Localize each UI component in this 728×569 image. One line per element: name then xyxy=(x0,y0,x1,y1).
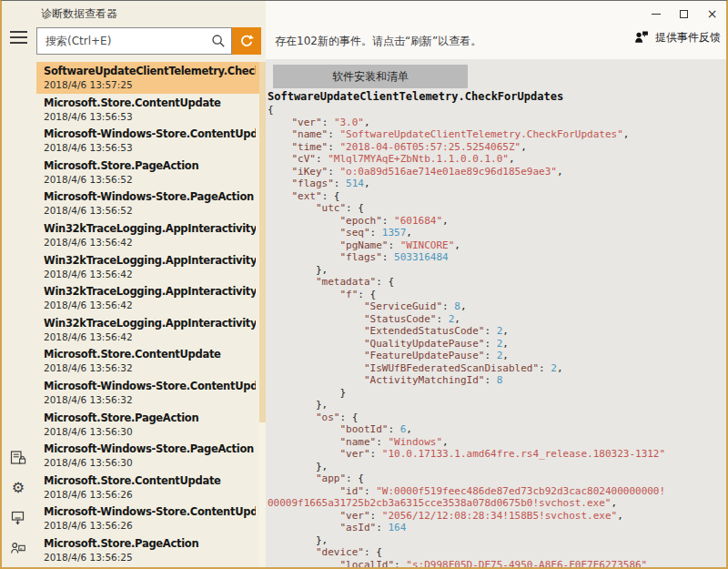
code-line: { xyxy=(268,104,728,117)
event-title: Microsoft-Windows-Store.PageAction xyxy=(44,442,256,456)
event-list-item[interactable]: Microsoft.Store.ContentUpdate2018/4/6 13… xyxy=(36,94,259,126)
search-input[interactable] xyxy=(36,27,232,55)
maximize-icon xyxy=(680,10,688,18)
event-list-item[interactable]: SoftwareUpdateClientTelemetry.CheckF...2… xyxy=(36,62,259,94)
refresh-icon xyxy=(238,33,255,49)
code-line: }, xyxy=(268,534,728,547)
feedback-button[interactable]: 提供事件反馈 xyxy=(634,30,721,46)
code-line: "QualityUpdatePause": 2, xyxy=(268,338,728,351)
event-list-item[interactable]: Microsoft.Store.ContentUpdate2018/4/6 13… xyxy=(36,472,259,503)
event-timestamp: 2018/4/6 13:56:42 xyxy=(44,236,256,249)
refresh-button[interactable] xyxy=(232,27,261,55)
json-viewer: { "ver": "3.0", "name": "SoftwareUpdateC… xyxy=(268,104,728,569)
event-list-item[interactable]: Microsoft.Store.PageAction2018/4/6 13:56… xyxy=(36,534,259,566)
code-line: "asId": 164 xyxy=(268,522,728,534)
code-line: "flags": 503316484 xyxy=(268,251,728,264)
panel-header: 存在102新的事件。请点击“刷新”以查看。 提供事件反馈 × xyxy=(266,0,728,59)
event-list-item[interactable]: Microsoft-Windows-Store.PageAction2018/4… xyxy=(36,188,259,219)
code-line: "epoch": "601684", xyxy=(268,215,728,228)
code-line: "seq": 1357, xyxy=(268,227,728,239)
event-timestamp: 2018/4/6 13:56:52 xyxy=(44,204,256,217)
event-title: Win32kTraceLogging.AppInteractivityS... xyxy=(44,284,256,299)
event-timestamp: 2018/4/6 13:56:25 xyxy=(44,551,256,564)
event-title: Microsoft-Windows-Store.ContentUpd... xyxy=(44,127,256,141)
event-title: Microsoft.Store.ContentUpdate xyxy=(44,473,256,488)
maximize-button[interactable] xyxy=(670,1,698,26)
event-timestamp: 2018/4/6 13:56:42 xyxy=(44,330,256,343)
event-list-item[interactable]: Microsoft.Store.ContentUpdate2018/4/6 13… xyxy=(36,345,259,377)
event-timestamp: 2018/4/6 13:56:53 xyxy=(44,141,256,154)
export-data-icon[interactable] xyxy=(10,510,26,526)
code-line: "ActivityMatchingId": 8 xyxy=(268,374,728,387)
code-line: } xyxy=(268,387,728,400)
settings-icon[interactable]: ⚙ xyxy=(10,480,26,496)
code-line: "app": { xyxy=(268,472,728,485)
menu-icon[interactable] xyxy=(10,31,27,45)
code-line: "ServiceGuid": 8, xyxy=(268,300,728,313)
category-tab[interactable]: 软件安装和清单 xyxy=(273,65,468,88)
code-line: "name": "Windows", xyxy=(268,436,728,449)
scrollbar-thumb[interactable] xyxy=(259,62,266,422)
event-list-item[interactable]: Microsoft-Windows-Store.ContentUpd...201… xyxy=(36,125,259,157)
event-title: Microsoft-Windows-Store.ContentUpd... xyxy=(44,504,256,519)
code-line: "iKey": "o:0a89d516ae714e01ae89c96d185e9… xyxy=(268,166,728,178)
window-controls: × xyxy=(642,1,726,26)
feedback-label: 提供事件反馈 xyxy=(655,30,721,46)
code-line: "pgName": "WINCORE", xyxy=(268,239,728,252)
event-title: Microsoft.Store.PageAction xyxy=(44,411,256,425)
code-line: "ext": { xyxy=(268,190,728,203)
event-timestamp: 2018/4/6 13:56:32 xyxy=(44,393,256,406)
event-timestamp: 2018/4/6 13:56:26 xyxy=(44,519,256,532)
event-list-item[interactable]: Win32kTraceLogging.AppInteractivityS...2… xyxy=(36,282,259,314)
event-list-item[interactable]: Win32kTraceLogging.AppInteractivityS...2… xyxy=(36,314,259,346)
code-line: "device": { xyxy=(268,546,728,559)
event-list-item[interactable]: Win32kTraceLogging.AppInteractivityS...2… xyxy=(36,251,259,283)
event-list-scrollbar[interactable] xyxy=(259,62,266,569)
privacy-report-icon[interactable] xyxy=(10,450,26,466)
event-timestamp: 2018/4/6 13:56:52 xyxy=(44,173,256,186)
window-title: 诊断数据查看器 xyxy=(41,6,117,22)
event-list-item[interactable]: Microsoft-Windows-Store.PageAction xyxy=(36,566,259,569)
code-line: "localId": "s:D998F05D-DE75-4950-A8F6-F0… xyxy=(268,559,728,569)
code-line: "flags": 514, xyxy=(268,178,728,190)
event-list-item[interactable]: Win32kTraceLogging.AppInteractivityS...2… xyxy=(36,219,259,251)
code-line: "ver": "10.0.17133.1.amd64fre.rs4_releas… xyxy=(268,448,728,461)
event-list-item[interactable]: Microsoft-Windows-Store.ContentUpd...201… xyxy=(36,377,259,409)
event-timestamp: 2018/4/6 13:56:30 xyxy=(44,456,256,469)
event-title: SoftwareUpdateClientTelemetry.CheckF... xyxy=(44,64,256,78)
detail-panel: 存在102新的事件。请点击“刷新”以查看。 提供事件反馈 × 软件安装和清单 S… xyxy=(266,0,728,569)
minimize-button[interactable] xyxy=(642,1,670,26)
event-timestamp: 2018/4/6 13:56:26 xyxy=(44,488,256,501)
search-row xyxy=(36,27,261,55)
minimize-icon xyxy=(652,14,661,15)
close-icon: × xyxy=(707,7,718,20)
code-line: "os": { xyxy=(268,412,728,424)
event-list-item[interactable]: Microsoft-Windows-Store.PageAction2018/4… xyxy=(36,440,259,472)
event-title: Win32kTraceLogging.AppInteractivityS... xyxy=(44,316,256,330)
code-line: "bootId": 6, xyxy=(268,423,728,436)
close-button[interactable]: × xyxy=(698,1,726,26)
code-line: "cV": "Mlql7MYAqE+ZbNtb.1.1.0.0.1.0", xyxy=(268,153,728,166)
new-events-notice: 存在102新的事件。请点击“刷新”以查看。 xyxy=(275,34,481,49)
event-timestamp: 2018/4/6 13:56:53 xyxy=(44,110,256,123)
event-detail-title: SoftwareUpdateClientTelemetry.CheckForUp… xyxy=(268,90,563,103)
event-list-item[interactable]: Microsoft.Store.PageAction2018/4/6 13:56… xyxy=(36,157,259,188)
code-line: }, xyxy=(268,399,728,412)
event-list-item[interactable]: Microsoft.Store.PageAction2018/4/6 13:56… xyxy=(36,409,259,441)
code-line: "ExtendedStatusCode": 2, xyxy=(268,325,728,338)
feedback-nav-icon[interactable] xyxy=(10,540,26,556)
event-timestamp: 2018/4/6 13:57:25 xyxy=(44,78,256,91)
code-line: "StatusCode": 2, xyxy=(268,313,728,326)
code-line: }, xyxy=(268,461,728,473)
code-line: "ver": "2056/12/12:08:28:34!158B5!svchos… xyxy=(268,510,728,523)
code-line: "IsWUfBFederatedScanDisabled": 2, xyxy=(268,362,728,375)
event-title: Win32kTraceLogging.AppInteractivityS... xyxy=(44,253,256,268)
event-title: Microsoft-Windows-Store.PageAction xyxy=(44,189,256,204)
search-icon xyxy=(210,33,227,49)
code-line: "ver": "3.0", xyxy=(268,117,728,129)
event-list-item[interactable]: Microsoft-Windows-Store.ContentUpd...201… xyxy=(36,503,259,534)
app-window: 诊断数据查看器 SoftwareUpdateClientTelemetry.Ch… xyxy=(0,0,728,569)
event-list: SoftwareUpdateClientTelemetry.CheckF...2… xyxy=(36,62,259,569)
sidebar: 诊断数据查看器 SoftwareUpdateClientTelemetry.Ch… xyxy=(0,0,266,569)
code-line: 00009f1665a31725b2cb3a6315cce3538a078d06… xyxy=(268,497,728,510)
